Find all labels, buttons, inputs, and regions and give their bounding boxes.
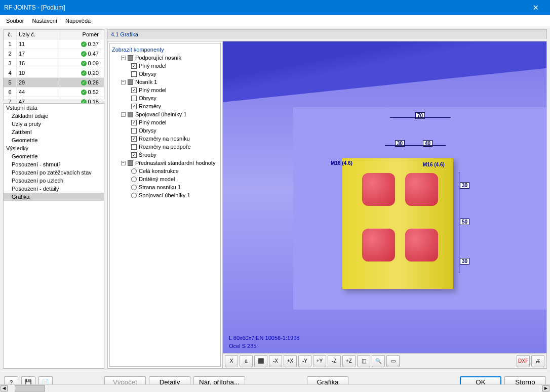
- item-label: Plný model: [139, 63, 166, 69]
- component-group[interactable]: −Podporující nosník: [112, 54, 218, 62]
- dual-panel-icon[interactable]: ▭: [386, 355, 400, 367]
- ok-icon: ✓: [81, 41, 87, 47]
- item-label: Plný model: [139, 87, 166, 93]
- row-ratio: ✓ 0.09: [60, 59, 101, 68]
- component-item[interactable]: Plný model: [112, 118, 218, 126]
- print-icon[interactable]: 🖨: [531, 355, 544, 367]
- checkbox-icon[interactable]: [131, 88, 137, 93]
- menu-help[interactable]: Nápověda: [61, 17, 95, 25]
- view-cube-icon[interactable]: ◫: [357, 355, 370, 367]
- nav-item[interactable]: Posouzení - shrnutí: [4, 160, 104, 168]
- nav-item[interactable]: Posouzení - detaily: [4, 185, 104, 193]
- component-item[interactable]: Obrysy: [112, 94, 218, 102]
- checkbox-icon[interactable]: [131, 96, 137, 101]
- col-number-header[interactable]: č.: [4, 30, 17, 39]
- export-dxf-icon[interactable]: DXF: [517, 355, 530, 367]
- table-row[interactable]: 529✓ 0.26: [4, 78, 104, 88]
- table-row[interactable]: 410✓ 0.20: [4, 68, 104, 78]
- view-neg-x-icon[interactable]: -X: [269, 355, 282, 367]
- view-pos-x-icon[interactable]: +X: [284, 355, 297, 367]
- row-ratio: ✓ 0.47: [60, 49, 101, 58]
- window-title: RF-JOINTS - [Podium]: [4, 4, 526, 11]
- checkbox-icon[interactable]: [131, 120, 137, 125]
- item-label: Plný model: [139, 119, 166, 125]
- checkbox-icon[interactable]: [131, 104, 137, 109]
- col-nodes-header[interactable]: Uzly č.: [17, 30, 60, 39]
- radio-icon[interactable]: [131, 168, 137, 174]
- bolt-annotation-left: M16 (4.6): [331, 160, 352, 166]
- component-group[interactable]: −Nosník 1: [112, 78, 218, 86]
- radio-icon[interactable]: [131, 177, 137, 182]
- expand-icon[interactable]: −: [121, 56, 126, 60]
- item-label: Obrysy: [139, 71, 156, 77]
- dimension-30c: 30: [460, 258, 469, 265]
- component-item[interactable]: Strana nosníku 1: [112, 183, 218, 191]
- table-row[interactable]: 217✓ 0.47: [4, 49, 104, 59]
- tristate-checkbox[interactable]: [128, 79, 133, 85]
- nav-results-head[interactable]: Výsledky: [4, 144, 104, 152]
- nav-item[interactable]: Geometrie: [4, 152, 104, 160]
- zoom-icon[interactable]: 🔍: [372, 355, 385, 367]
- expand-icon[interactable]: −: [121, 80, 126, 84]
- row-ratio: ✓ 0.20: [60, 68, 101, 77]
- view-neg-z-icon[interactable]: -Z: [328, 355, 341, 367]
- checkbox-icon[interactable]: [131, 152, 137, 158]
- checkbox-icon[interactable]: [131, 71, 137, 77]
- component-group[interactable]: −Přednastavit standardní hodnoty: [112, 159, 218, 167]
- view-x-icon[interactable]: X: [225, 355, 238, 367]
- component-item[interactable]: Celá konstrukce: [112, 167, 218, 175]
- radio-icon[interactable]: [131, 185, 137, 190]
- nav-item[interactable]: Geometrie: [4, 136, 104, 144]
- view-pos-y-icon[interactable]: +Y: [313, 355, 326, 367]
- menu-file[interactable]: Soubor: [2, 17, 28, 25]
- expand-icon[interactable]: −: [121, 161, 126, 165]
- checkbox-icon[interactable]: [131, 63, 137, 69]
- title-bar: RF-JOINTS - [Podium] ✕: [0, 0, 550, 15]
- checkbox-icon[interactable]: [131, 128, 137, 134]
- view-a-icon[interactable]: a: [240, 355, 253, 367]
- view-neg-y-icon[interactable]: -Y: [298, 355, 311, 367]
- component-item[interactable]: Obrysy: [112, 126, 218, 135]
- view-pos-z-icon[interactable]: +Z: [342, 355, 356, 367]
- radio-icon[interactable]: [131, 193, 137, 198]
- 3d-viewport[interactable]: 70 30 40 M16 (4.6) M16 (4.6) 30 50 30 L …: [222, 41, 546, 368]
- item-label: Šrouby: [139, 152, 156, 158]
- tristate-checkbox[interactable]: [128, 160, 133, 166]
- component-group[interactable]: −Spojovací úhelníky 1: [112, 110, 218, 118]
- component-item[interactable]: Spojovací úhelníky 1: [112, 191, 218, 199]
- component-item[interactable]: Rozměry: [112, 102, 218, 110]
- nav-item[interactable]: Základní údaje: [4, 112, 104, 120]
- nav-item[interactable]: Zatížení: [4, 128, 104, 136]
- table-row[interactable]: 644✓ 0.52: [4, 88, 104, 97]
- nav-item[interactable]: Posouzení po uzlech: [4, 177, 104, 185]
- window-close-button[interactable]: ✕: [526, 0, 546, 15]
- component-item[interactable]: Drátěný model: [112, 175, 218, 183]
- component-item[interactable]: Rozměry na nosníku: [112, 135, 218, 143]
- nav-item[interactable]: Posouzení po zatěžovacích stav: [4, 168, 104, 177]
- checkbox-icon[interactable]: [131, 136, 137, 142]
- nav-input-head[interactable]: Vstupní data: [4, 104, 104, 112]
- menu-bar: Soubor Nastavení Nápověda: [0, 15, 550, 26]
- ok-icon: ✓: [81, 61, 87, 66]
- item-label: Obrysy: [139, 127, 156, 134]
- component-item[interactable]: Plný model: [112, 86, 218, 94]
- component-item[interactable]: Rozměry na podpoře: [112, 143, 218, 151]
- col-ratio-header[interactable]: Poměr: [60, 30, 101, 39]
- nav-item[interactable]: Uzly a pruty: [4, 120, 104, 128]
- row-node: 17: [17, 49, 60, 58]
- ok-icon: ✓: [81, 80, 87, 85]
- component-item[interactable]: Obrysy: [112, 70, 218, 78]
- item-label: Obrysy: [139, 95, 156, 101]
- table-row[interactable]: 111✓ 0.37: [4, 39, 104, 49]
- view-iso-icon[interactable]: ⬛: [254, 355, 267, 367]
- tristate-checkbox[interactable]: [128, 112, 133, 117]
- menu-settings[interactable]: Nastavení: [28, 17, 61, 25]
- table-row[interactable]: 316✓ 0.09: [4, 59, 104, 68]
- ok-icon: ✓: [81, 70, 87, 76]
- nav-item[interactable]: Grafika: [4, 193, 104, 201]
- checkbox-icon[interactable]: [131, 144, 137, 150]
- component-item[interactable]: Plný model: [112, 62, 218, 70]
- expand-icon[interactable]: −: [121, 112, 126, 117]
- component-item[interactable]: Šrouby: [112, 151, 218, 159]
- tristate-checkbox[interactable]: [128, 55, 133, 61]
